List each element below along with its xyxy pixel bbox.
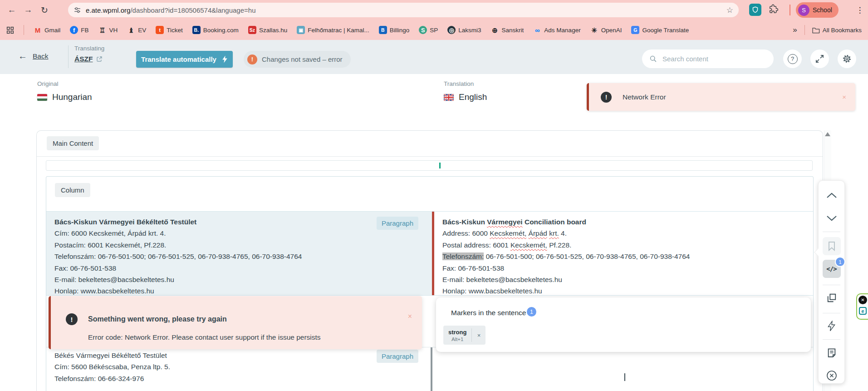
error-close-icon[interactable]: ×: [408, 312, 412, 321]
ticket-favicon: t: [156, 26, 164, 34]
ate-toolbar: ← Back Translating ÁSZF Translate automa…: [0, 40, 868, 74]
sanskrit-favicon: ⊕: [491, 26, 499, 34]
target-cell[interactable]: Bács-Kiskun Vármegyei Conciliation board…: [434, 212, 813, 295]
target-cell-empty[interactable]: [432, 347, 813, 391]
felhomatrac-favicon: ▣: [297, 26, 305, 34]
bookmark-item[interactable]: ∞Ads Manager: [533, 26, 580, 34]
text-line: Bács-Kiskun Vármegyei Conciliation board: [442, 216, 768, 228]
bookmark-label: Gmail: [44, 27, 60, 34]
avatar: S: [798, 5, 809, 16]
marker-chip-strong[interactable]: strong Alt+1 ×: [443, 326, 485, 345]
bookmarks-overflow-icon[interactable]: »: [793, 25, 797, 35]
bookmark-star-icon[interactable]: ☆: [726, 5, 733, 15]
column-chip: Column: [55, 183, 90, 197]
external-link-icon[interactable]: [96, 56, 103, 62]
error-alert-icon: !: [601, 92, 612, 103]
bookmark-item[interactable]: GGoogle Translate: [631, 26, 689, 34]
bookmark-item[interactable]: ♝EV: [127, 26, 146, 34]
document-title-link[interactable]: ÁSZF: [74, 55, 93, 63]
source-cell[interactable]: Békés Vármegyei Békéltető TestületCím: 5…: [46, 347, 431, 391]
facebook-favicon: f: [70, 26, 78, 34]
hungarian-flag-icon: [37, 94, 47, 101]
browser-reload-icon[interactable]: ↻: [36, 2, 53, 18]
search-input[interactable]: [662, 54, 754, 63]
browser-profile-button[interactable]: S School: [796, 2, 839, 18]
toast-close-icon[interactable]: ×: [842, 93, 846, 101]
bookmark-item[interactable]: ◎Laksmi3: [447, 26, 481, 34]
translate-automatically-button[interactable]: Translate automatically: [136, 51, 233, 68]
settings-button[interactable]: [838, 49, 856, 68]
auto-translate-segment-button[interactable]: [823, 319, 841, 333]
section-divider: [37, 156, 823, 157]
dismiss-button[interactable]: [823, 368, 841, 383]
bookmark-label: FB: [81, 27, 88, 34]
bookmark-segment-button[interactable]: [823, 237, 841, 255]
bookmark-item[interactable]: fFB: [70, 26, 88, 34]
markers-title: Markers in the sentence: [451, 309, 526, 317]
text-line: Telefonszám: 06-76-501-500; 06-76-501-52…: [442, 251, 768, 262]
google-translate-favicon: G: [631, 26, 639, 34]
notes-button[interactable]: [823, 346, 841, 360]
text-line: E-mail: bekeltetes@bacsbekeltetes.hu: [442, 274, 768, 285]
extension-e-icon[interactable]: e: [859, 307, 867, 315]
translation-language: English: [444, 92, 487, 102]
bookmark-item[interactable]: MGmail: [34, 26, 60, 34]
address-bar[interactable]: e.ate.wpml.org/dashboard?id=180506574&la…: [68, 3, 739, 17]
bookmark-item[interactable]: ♖VH: [98, 26, 118, 34]
bookmark-item[interactable]: ▣Felhőmatrac | Kamal...: [297, 26, 369, 34]
previous-segment-button[interactable]: [823, 188, 841, 202]
site-settings-icon[interactable]: [74, 6, 81, 14]
text-line: Honlap: www.bacsbekeltetes.hu: [442, 285, 768, 297]
bookmark-item[interactable]: B.Booking.com: [192, 26, 239, 34]
search-icon: [649, 55, 657, 63]
error-body: Error code: Network Error. Please contac…: [88, 333, 321, 342]
browser-back-icon[interactable]: ←: [4, 2, 20, 18]
source-cell[interactable]: Bács-Kiskun Vármegyei Békéltető Testület…: [46, 212, 432, 295]
extensions-icon[interactable]: [769, 4, 778, 14]
scroll-up-arrow[interactable]: [825, 132, 830, 136]
text-line: Békés Vármegyei Békéltető Testület: [54, 350, 385, 361]
sidebar-divider: [823, 285, 840, 285]
translating-label: Translating: [74, 45, 104, 52]
top-bar-divider: [790, 5, 790, 15]
shield-extension-icon[interactable]: [749, 4, 761, 16]
source-text: Bács-Kiskun Vármegyei Békéltető Testület…: [46, 212, 432, 297]
bookmarks-divider: [24, 25, 24, 35]
code-icon: </>: [826, 265, 836, 272]
browser-menu-icon[interactable]: ⋮: [854, 4, 866, 16]
empty-segment-row[interactable]: [46, 160, 813, 171]
bookmark-item[interactable]: SzSzallas.hu: [248, 26, 287, 34]
markers-panel: Markers in the sentence 1 strong Alt+1 ×: [436, 297, 811, 352]
text-line: Telefonszám: 06-66-324-976: [54, 373, 385, 384]
marker-remove-icon[interactable]: ×: [472, 326, 485, 345]
help-button[interactable]: ?: [783, 49, 802, 68]
fullscreen-button[interactable]: [810, 49, 829, 68]
help-icon: ?: [788, 54, 798, 64]
bookmark-label: Ads Manager: [544, 27, 580, 34]
copy-icon: [827, 293, 837, 303]
next-segment-button[interactable]: [823, 211, 841, 225]
toast-message: Network Error: [623, 93, 666, 101]
back-button[interactable]: ← Back: [18, 51, 48, 61]
apps-grid-icon[interactable]: [6, 26, 14, 34]
column-section: Column Bács-Kiskun Vármegyei Békéltető T…: [46, 176, 814, 391]
source-text: Békés Vármegyei Békéltető TestületCím: 5…: [46, 347, 431, 384]
bookmark-item[interactable]: ⊕Sanskrit: [491, 26, 524, 34]
bookmark-item[interactable]: ✳OpenAI: [590, 26, 622, 34]
bookmark-label: Google Translate: [642, 27, 689, 34]
lightning-icon: [828, 321, 835, 332]
markers-count-badge: 1: [527, 307, 536, 317]
all-bookmarks-button[interactable]: All Bookmarks: [812, 27, 862, 34]
bookmark-item[interactable]: BBillingo: [379, 26, 410, 34]
gear-icon: [842, 54, 852, 64]
paragraph-type-chip: Paragraph: [377, 350, 418, 363]
text-line: Address: 6000 Kecskemét, Árpád krt. 4.: [442, 228, 768, 239]
bookmark-item[interactable]: tTicket: [156, 26, 183, 34]
original-label: Original: [37, 80, 59, 87]
bookmark-item[interactable]: SSP: [419, 26, 438, 34]
browser-forward-icon[interactable]: →: [20, 2, 36, 18]
paragraph-type-chip: Paragraph: [377, 217, 418, 230]
search-content-field[interactable]: [642, 49, 774, 68]
copy-source-button[interactable]: [823, 291, 841, 305]
extension-close-icon[interactable]: ✕: [858, 296, 867, 304]
